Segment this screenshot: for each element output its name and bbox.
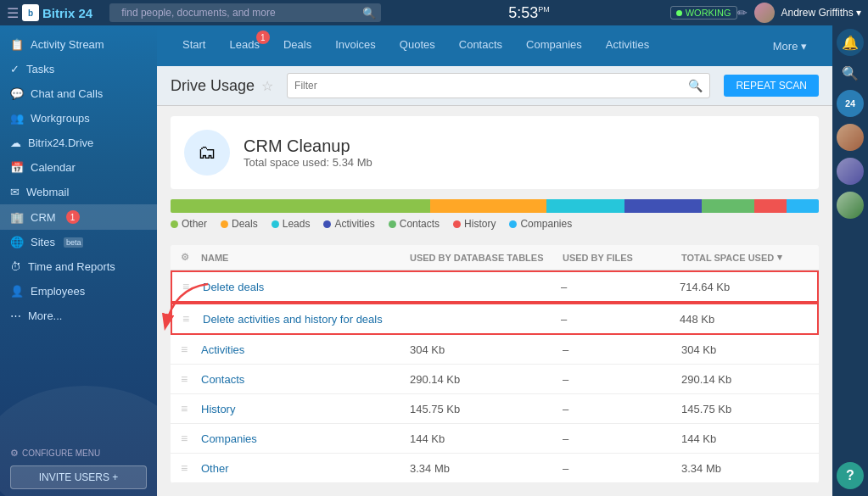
legend-dot xyxy=(272,220,279,228)
table-drag-col: ⚙ xyxy=(181,252,201,263)
crm-nav-companies[interactable]: Companies xyxy=(514,25,594,66)
sidebar-configure: ⚙ CONFIGURE MENU INVITE USERS + xyxy=(0,441,157,496)
top-right-area: ✏ Andrew Griffiths ▾ xyxy=(737,3,862,23)
top-search-input[interactable] xyxy=(115,4,362,21)
cell-name: Delete activities and history for deals xyxy=(203,313,408,326)
sidebar-item-more[interactable]: ⋯ More... xyxy=(0,304,157,328)
logo: b Bitrix 24 xyxy=(22,4,92,21)
logo-text: Bitrix 24 xyxy=(42,6,92,20)
cell-name: History xyxy=(201,403,410,415)
table-row[interactable]: ≡ Other 3.34 Mb – 3.34 Mb xyxy=(171,454,819,483)
sidebar-item-chat-calls[interactable]: 💬 Chat and Calls xyxy=(0,81,157,106)
crm-nav: Start Leads 1 Deals Invoices Quotes Cont… xyxy=(157,25,832,66)
sidebar-item-time-reports[interactable]: ⏱ Time and Reports xyxy=(0,254,157,279)
cell-total: 714.64 Kb xyxy=(680,281,807,293)
drag-handle: ≡ xyxy=(181,402,201,415)
configure-menu-button[interactable]: ⚙ CONFIGURE MENU xyxy=(10,448,147,459)
page-title: Drive Usage xyxy=(171,77,255,95)
progress-segment-leads xyxy=(546,199,624,213)
table-row[interactable]: ≡ Delete activities and history for deal… xyxy=(171,303,819,335)
cell-name: Contacts xyxy=(201,373,410,386)
avatar[interactable] xyxy=(754,3,775,23)
legend-item-companies: Companies xyxy=(509,218,572,230)
crm-nav-more[interactable]: More ▾ xyxy=(761,25,819,66)
crm-card: 🗂 CRM Cleanup Total space used: 5.34 Mb xyxy=(171,116,819,189)
sidebar-item-workgroups[interactable]: 👥 Workgroups xyxy=(0,106,157,131)
calendar-icon: 📅 xyxy=(10,161,24,174)
user-name[interactable]: Andrew Griffiths ▾ xyxy=(781,7,862,19)
content-header: Drive Usage ☆ 🔍 REPEAT SCAN xyxy=(157,66,832,106)
crm-nav-deals[interactable]: Deals xyxy=(272,25,323,66)
progress-segment-history xyxy=(754,199,787,213)
cell-total: 448 Kb xyxy=(680,313,807,326)
legend-dot xyxy=(221,220,228,228)
table-wrapper: ⚙ NAME USED BY DATABASE TABLES USED BY F… xyxy=(171,245,819,483)
sidebar-item-calendar[interactable]: 📅 Calendar xyxy=(0,155,157,180)
cell-total: 3.34 Mb xyxy=(681,462,809,475)
content-area: Start Leads 1 Deals Invoices Quotes Cont… xyxy=(157,25,832,496)
right-panel: 🔔 🔍 24 ? xyxy=(832,25,868,496)
table-name-header: NAME xyxy=(201,253,410,263)
right-search-icon[interactable]: 🔍 xyxy=(837,59,864,86)
crm-nav-activities[interactable]: Activities xyxy=(594,25,661,66)
sidebar-item-tasks[interactable]: ✓ Tasks xyxy=(0,57,157,81)
hamburger-icon[interactable]: ☰ xyxy=(7,5,19,21)
invite-users-button[interactable]: INVITE USERS + xyxy=(10,465,147,489)
settings-icon[interactable]: ⚙ xyxy=(181,252,189,262)
crm-nav-invoices[interactable]: Invoices xyxy=(323,25,388,66)
time-icon: ⏱ xyxy=(10,260,21,273)
legend-item-leads: Leads xyxy=(272,218,311,230)
legend-item-other: Other xyxy=(171,218,207,230)
table-row[interactable]: ≡ History 145.75 Kb – 145.75 Kb xyxy=(171,394,819,424)
sidebar-nav: 📋 Activity Stream ✓ Tasks 💬 Chat and Cal… xyxy=(0,25,157,335)
sidebar-item-employees[interactable]: 👤 Employees xyxy=(0,279,157,304)
drag-handle: ≡ xyxy=(182,280,203,293)
working-status-button[interactable]: WORKING xyxy=(670,6,737,20)
sidebar-item-crm[interactable]: 🏢 CRM 1 xyxy=(0,204,157,230)
sidebar-item-bitrix24-drive[interactable]: ☁ Bitrix24.Drive xyxy=(0,131,157,155)
more-icon: ⋯ xyxy=(10,309,21,322)
cell-files: – xyxy=(563,403,681,415)
right-avatar-2[interactable] xyxy=(837,158,864,185)
table-row[interactable]: ≡ Contacts 290.14 Kb – 290.14 Kb xyxy=(171,365,819,394)
workgroups-icon: 👥 xyxy=(10,112,24,125)
sidebar: 📋 Activity Stream ✓ Tasks 💬 Chat and Cal… xyxy=(0,25,157,496)
cell-files: – xyxy=(563,373,681,386)
table-db-header: USED BY DATABASE TABLES xyxy=(410,253,563,263)
table-row[interactable]: ≡ Activities 304 Kb – 304 Kb xyxy=(171,335,819,365)
drag-handle: ≡ xyxy=(181,461,201,475)
repeat-scan-button[interactable]: REPEAT SCAN xyxy=(724,75,819,97)
crm-nav-start[interactable]: Start xyxy=(171,25,217,66)
filter-search-icon: 🔍 xyxy=(688,79,703,92)
edit-icon[interactable]: ✏ xyxy=(737,6,748,20)
table-row[interactable]: ≡ Delete deals – 714.64 Kb xyxy=(171,270,819,303)
crm-cleanup-icon: 🗂 xyxy=(184,130,230,176)
drag-handle: ≡ xyxy=(182,312,203,326)
table-total-header[interactable]: TOTAL SPACE USED ▾ xyxy=(681,252,809,263)
table-row[interactable]: ≡ Companies 144 Kb – 144 Kb xyxy=(171,424,819,454)
legend-dot xyxy=(323,220,331,228)
cell-files: – xyxy=(563,432,681,445)
badge-24-icon[interactable]: 24 xyxy=(837,90,864,117)
chat-icon: 💬 xyxy=(10,87,24,100)
filter-input[interactable] xyxy=(294,80,688,92)
crm-nav-quotes[interactable]: Quotes xyxy=(388,25,447,66)
right-avatar-1[interactable] xyxy=(837,124,864,151)
right-avatar-3[interactable] xyxy=(837,192,864,219)
cell-db: 304 Kb xyxy=(410,343,563,356)
beta-tag: beta xyxy=(64,237,84,248)
sidebar-item-activity-stream[interactable]: 📋 Activity Stream xyxy=(0,32,157,57)
notifications-bell-icon[interactable]: 🔔 xyxy=(837,29,864,56)
sidebar-item-webmail[interactable]: ✉ Webmail xyxy=(0,180,157,204)
favorite-star-icon[interactable]: ☆ xyxy=(261,78,273,94)
crm-icon: 🏢 xyxy=(10,211,24,224)
sidebar-item-sites[interactable]: 🌐 Sites beta xyxy=(0,230,157,254)
cell-files: – xyxy=(561,281,680,293)
progress-segment-deals xyxy=(430,199,547,213)
cell-total: 304 Kb xyxy=(681,343,809,356)
crm-nav-contacts[interactable]: Contacts xyxy=(447,25,514,66)
cell-db: 3.34 Mb xyxy=(410,462,563,475)
clock-display: 5:53PM xyxy=(388,4,670,22)
crm-nav-leads[interactable]: Leads 1 xyxy=(217,25,271,66)
help-question-button[interactable]: ? xyxy=(837,462,864,489)
